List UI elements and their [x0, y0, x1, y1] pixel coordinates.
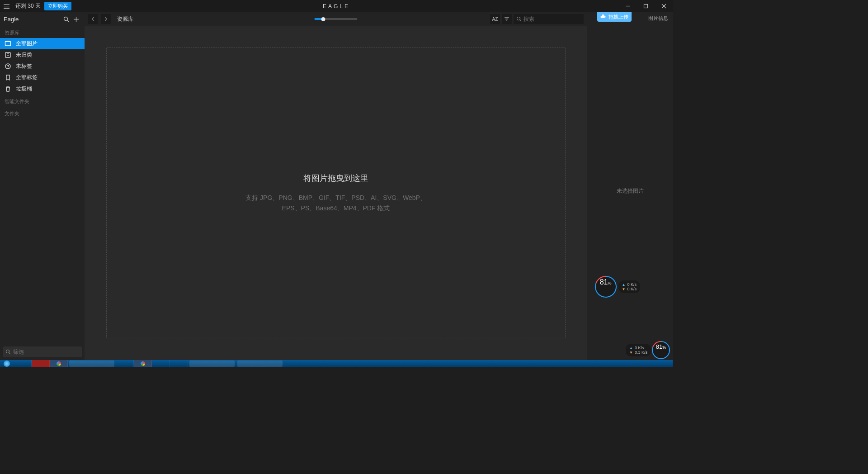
sidebar-item-label: 未归类 [16, 51, 32, 59]
gauge-percent: % [662, 345, 666, 350]
folder-icon [5, 52, 11, 58]
sidebar-item-label: 未标签 [16, 62, 32, 70]
dropzone[interactable]: 将图片拖曳到这里 支持 JPG、PNG、BMP、GIF、TIF、PSD、AI、S… [106, 47, 566, 338]
sidebar-filter-input-wrap[interactable] [3, 346, 82, 357]
menu-button[interactable] [0, 0, 13, 12]
svg-point-19 [517, 17, 520, 20]
filter-button[interactable] [502, 14, 512, 24]
cloud-icon [600, 14, 606, 20]
system-monitor-widget-small[interactable]: ▲0 K/s ▼0.3 K/s 81% [626, 342, 669, 358]
minimize-icon [625, 4, 630, 9]
start-orb-icon [4, 360, 10, 367]
trash-icon [5, 85, 11, 92]
sidebar-item-uncategorized[interactable]: 未归类 [0, 49, 85, 61]
chevron-right-icon [104, 17, 108, 21]
nav-forward-button[interactable] [101, 14, 111, 24]
sidebar-section-library: 资源库 [0, 26, 85, 38]
gauge-value: 81 [600, 278, 608, 286]
window-close-button[interactable] [655, 0, 673, 12]
sidebar-add-button[interactable] [71, 14, 81, 24]
zoom-slider-knob[interactable] [321, 17, 326, 21]
library-name[interactable]: Eagle [4, 16, 61, 23]
taskbar-pinned[interactable] [116, 360, 134, 367]
search-icon [63, 16, 69, 22]
trial-days-text: 还剩 30 天 [15, 2, 41, 10]
svg-line-20 [520, 20, 521, 21]
cpu-gauge-small: 81% [653, 342, 669, 358]
svg-rect-8 [5, 42, 11, 46]
sort-button[interactable]: AZ [490, 14, 500, 24]
hamburger-icon [4, 4, 9, 9]
taskbar[interactable] [0, 360, 673, 367]
sidebar-item-label: 全部标签 [16, 74, 38, 81]
arrow-down-icon: ▼ [622, 287, 626, 291]
sidebar-item-all-tags[interactable]: 全部标签 [0, 72, 85, 83]
search-input[interactable] [524, 16, 581, 22]
window-maximize-button[interactable] [637, 0, 655, 12]
sort-icon: AZ [492, 17, 498, 22]
arrow-up-icon: ▲ [629, 346, 633, 350]
chevron-left-icon [91, 17, 95, 21]
svg-rect-1 [644, 5, 647, 8]
help-icon [5, 63, 11, 70]
filter-icon [504, 16, 509, 22]
sidebar-section-smart: 智能文件夹 [0, 95, 85, 107]
taskbar-pinned[interactable] [152, 360, 170, 367]
sidebar-item-label: 全部图片 [16, 40, 38, 47]
arrow-down-icon: ▼ [629, 351, 633, 355]
taskbar-window[interactable] [189, 360, 235, 367]
breadcrumb[interactable]: 资源库 [117, 15, 133, 23]
download-speed: 0 K/s [627, 287, 637, 291]
sidebar-item-untagged[interactable]: 未标签 [0, 61, 85, 72]
taskbar-window[interactable] [69, 360, 114, 367]
bookmark-icon [5, 74, 11, 81]
sidebar-section-folders: 文件夹 [0, 107, 85, 119]
taskbar-pinned-chrome[interactable] [50, 360, 68, 367]
chrome-icon [57, 361, 61, 366]
sidebar-search-button[interactable] [61, 14, 71, 24]
cpu-gauge: 81% [596, 277, 616, 297]
zoom-slider[interactable] [315, 18, 358, 20]
svg-point-14 [6, 350, 9, 353]
upload-badge-label: 拖拽上传 [609, 14, 628, 20]
buy-now-button[interactable]: 立即购买 [44, 2, 71, 10]
sidebar-item-all-images[interactable]: 全部图片 [0, 38, 85, 49]
search-icon [516, 16, 521, 22]
search-icon [5, 349, 10, 355]
search-box[interactable] [514, 14, 584, 24]
nav-back-button[interactable] [88, 14, 98, 24]
sidebar-item-trash[interactable]: 垃圾桶 [0, 83, 85, 95]
taskbar-pinned[interactable] [32, 360, 50, 367]
sidebar-item-label: 垃圾桶 [16, 85, 32, 93]
upload-speed: 0 K/s [635, 346, 644, 350]
info-panel: 拖拽上传 图片信息 未选择图片 [587, 12, 673, 360]
info-panel-empty: 未选择图片 [587, 187, 673, 195]
svg-line-15 [9, 353, 10, 354]
dropzone-title: 将图片拖曳到这里 [303, 173, 368, 184]
taskbar-pinned[interactable] [14, 360, 32, 367]
window-minimize-button[interactable] [618, 0, 637, 12]
taskbar-pinned[interactable] [134, 360, 152, 367]
dropzone-subtitle: 支持 JPG、PNG、BMP、GIF、TIF、PSD、AI、SVG、WebP、E… [245, 193, 426, 213]
taskbar-window[interactable] [237, 360, 283, 367]
sidebar-filter-input[interactable] [13, 349, 79, 355]
system-monitor-widget[interactable]: 81% ▲0 K/s ▼0 K/s [596, 277, 640, 297]
svg-line-5 [67, 20, 69, 22]
gauge-percent: % [608, 281, 611, 285]
plus-icon [73, 16, 79, 22]
taskbar-pinned[interactable] [170, 360, 188, 367]
network-stats: ▲0 K/s ▼0 K/s [618, 280, 640, 293]
maximize-icon [643, 4, 648, 9]
arrow-up-icon: ▲ [622, 283, 626, 287]
gauge-value: 81 [656, 343, 662, 350]
app-title: EAGLE [323, 3, 350, 9]
svg-point-4 [64, 17, 67, 20]
chrome-icon [141, 361, 145, 366]
images-icon [5, 40, 11, 47]
download-speed: 0.3 K/s [635, 350, 647, 355]
close-icon [661, 4, 666, 9]
upload-speed: 0 K/s [627, 282, 637, 287]
start-button[interactable] [0, 360, 14, 367]
svg-point-13 [8, 67, 8, 68]
upload-badge[interactable]: 拖拽上传 [597, 12, 632, 22]
